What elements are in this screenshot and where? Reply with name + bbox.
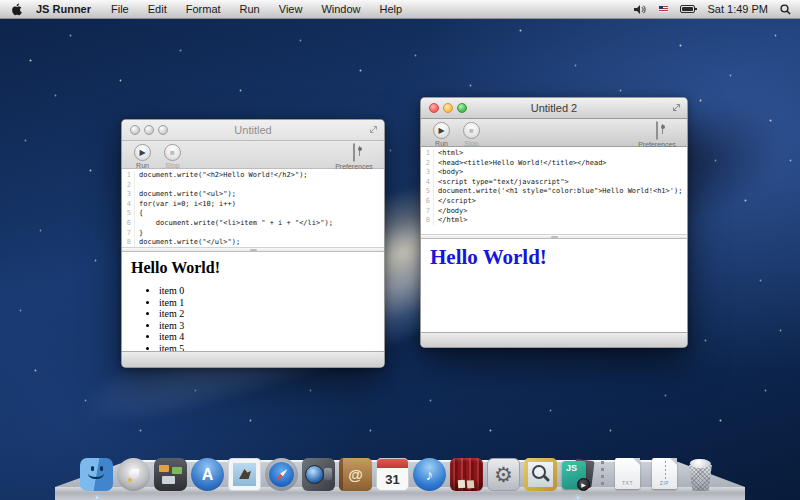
line-number: 4 [421, 178, 434, 188]
dock-item-address-book[interactable]: @ [339, 458, 372, 491]
dock-item-finder[interactable] [80, 458, 113, 491]
menu-file[interactable]: File [111, 3, 129, 15]
line-number: 4 [122, 200, 135, 210]
code-line: document.write("</ul>"); [139, 238, 240, 247]
line-number: 5 [122, 209, 135, 219]
battery-icon[interactable] [680, 5, 695, 13]
dock-item-launchpad[interactable] [117, 458, 150, 491]
code-line: <head><title>Hello World!</title></head> [438, 159, 607, 169]
stop-label: Stop [159, 162, 186, 169]
output-webview[interactable]: Hello World! item 0 item 1 item 2 item 3… [122, 252, 384, 353]
input-language-flag-icon[interactable] [659, 6, 668, 12]
output-webview[interactable]: Hello World! [421, 239, 687, 334]
menu-window[interactable]: Window [321, 3, 360, 15]
code-line: <body> [438, 168, 463, 178]
trash-basket-icon [687, 465, 714, 491]
zoom-button[interactable] [158, 125, 168, 135]
window-untitled: Untitled ▶ Run ■ Stop Preferences 1docum… [121, 119, 385, 368]
run-button[interactable]: ▶ Run [129, 144, 156, 169]
run-button[interactable]: ▶ Run [428, 122, 455, 147]
running-indicator [575, 496, 580, 499]
code-line: </body> [438, 207, 468, 217]
zoom-button[interactable] [457, 103, 467, 113]
list-item: item 1 [159, 297, 375, 308]
line-number: 2 [421, 159, 434, 169]
menu-view[interactable]: View [279, 3, 303, 15]
line-number: 5 [421, 187, 434, 197]
apple-logo-icon [11, 3, 22, 16]
stop-label: Stop [458, 140, 485, 147]
stop-button[interactable]: ■ Stop [458, 122, 485, 147]
close-button[interactable] [429, 103, 439, 113]
menu-format[interactable]: Format [186, 3, 221, 15]
menu-edit[interactable]: Edit [148, 3, 167, 15]
trash-paper-icon [690, 459, 711, 468]
window-title: Untitled [234, 124, 271, 136]
apple-menu[interactable] [11, 3, 22, 16]
dock-item-zip-file[interactable]: ZIP [648, 458, 681, 491]
dock-item-mail[interactable] [228, 458, 261, 491]
preferences-button[interactable]: Preferences [331, 144, 377, 170]
line-number: 7 [421, 207, 434, 217]
dock-item-ical[interactable]: 31 [376, 458, 409, 491]
play-icon: ▶ [433, 122, 450, 139]
dock-item-photo-booth[interactable] [450, 458, 483, 491]
line-number: 3 [122, 190, 135, 200]
dock-item-trash[interactable] [685, 458, 716, 491]
dock-item-safari[interactable] [265, 458, 298, 491]
title-bar[interactable]: Untitled [122, 120, 384, 141]
code-line: document.write("<li>item " + i + "</li>"… [139, 219, 333, 229]
line-number: 8 [421, 216, 434, 226]
zipper-line [665, 461, 667, 479]
status-bar [122, 351, 384, 367]
running-indicator [94, 496, 99, 499]
dock-item-itunes[interactable]: ♪ [413, 458, 446, 491]
menu-bar: JS Runner File Edit Format Run View Wind… [0, 0, 800, 19]
magnifier-handle [543, 475, 550, 482]
dock-item-facetime[interactable] [302, 458, 335, 491]
code-line: } [139, 229, 143, 239]
finder-icon [80, 458, 113, 491]
dock: A @ 31 ♪ [0, 460, 800, 500]
code-editor[interactable]: 1document.write("<h2>Hello World!</h2>")… [122, 169, 384, 247]
volume-icon[interactable] [634, 4, 647, 15]
list-item: item 3 [159, 320, 375, 331]
js-runner-icon: JS ▶ [561, 458, 594, 491]
code-editor[interactable]: 1<html> 2<head><title>Hello World!</titl… [421, 147, 687, 234]
code-line: <script type="text/javascript"> [438, 178, 569, 188]
app-store-letter: A [191, 458, 224, 491]
txt-file-icon: TXT [615, 458, 640, 489]
menu-clock[interactable]: Sat 1:49 PM [707, 3, 768, 15]
dock-item-preview[interactable] [524, 458, 557, 491]
menu-app-name[interactable]: JS Runner [36, 3, 91, 15]
menu-run[interactable]: Run [240, 3, 260, 15]
preferences-button[interactable]: Preferences [634, 122, 680, 148]
dock-item-mission-control[interactable] [154, 458, 187, 491]
gear-glyph: ⚙ [488, 459, 519, 490]
line-number: 2 [122, 181, 135, 191]
menu-help[interactable]: Help [380, 3, 403, 15]
dock-item-app-store[interactable]: A [191, 458, 224, 491]
preferences-icon [353, 143, 355, 162]
title-bar[interactable]: Untitled 2 [421, 98, 687, 119]
line-number: 1 [122, 171, 135, 181]
dock-item-txt-file[interactable]: TXT [611, 458, 644, 491]
js-card: JS ▶ [562, 461, 586, 489]
preview-magnifier-icon [524, 458, 557, 491]
dock-item-js-runner[interactable]: JS ▶ [561, 458, 594, 491]
spotlight-icon[interactable] [780, 4, 791, 15]
status-bar [421, 332, 687, 347]
line-number: 3 [421, 168, 434, 178]
resize-icon[interactable] [369, 125, 378, 134]
resize-icon[interactable] [672, 103, 681, 112]
mail-stamp-icon [228, 458, 261, 491]
close-button[interactable] [130, 125, 140, 135]
js-label: JS [566, 463, 577, 473]
dock-item-system-preferences[interactable]: ⚙ [487, 458, 520, 491]
mission-control-icon [154, 458, 187, 491]
minimize-button[interactable] [144, 125, 154, 135]
txt-file-label: TXT [615, 480, 640, 486]
minimize-button[interactable] [443, 103, 453, 113]
stop-button[interactable]: ■ Stop [159, 144, 186, 169]
stop-icon: ■ [164, 144, 181, 161]
